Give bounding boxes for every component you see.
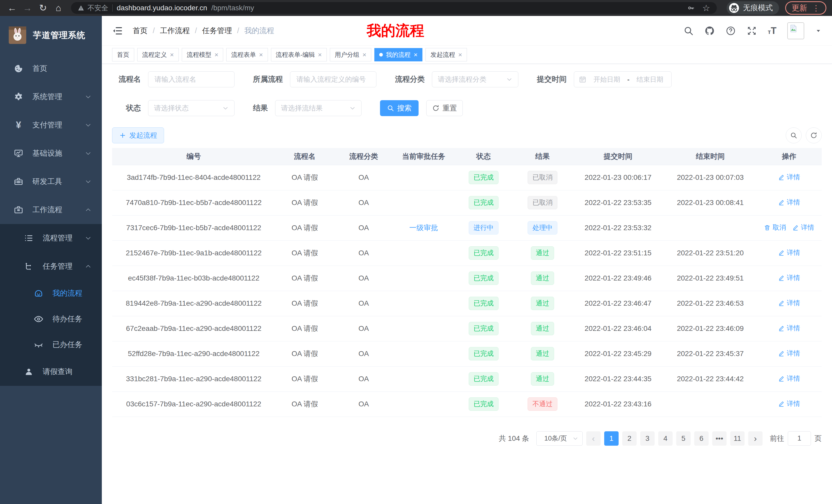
cancel-link[interactable]: 取消: [764, 223, 786, 232]
chevron-down-icon: [85, 150, 92, 157]
result-select[interactable]: 请选择流结果: [275, 100, 362, 116]
detail-link[interactable]: 详情: [778, 273, 800, 282]
sidebar-item-支付管理[interactable]: ¥支付管理: [0, 111, 102, 139]
detail-link[interactable]: 详情: [792, 223, 814, 232]
browser-menu-icon[interactable]: ⋮: [812, 4, 820, 12]
page-button-2[interactable]: 2: [622, 431, 636, 446]
avatar[interactable]: [787, 22, 804, 39]
search-icon[interactable]: [683, 26, 694, 36]
process-id-cell: 3ad174fb-7b9d-11ec-8404-acde48001122: [112, 165, 275, 190]
app-logo-row[interactable]: 芋道管理系统: [0, 16, 102, 54]
tab-用户分组[interactable]: 用户分组×: [330, 48, 371, 61]
close-tab-icon[interactable]: ×: [170, 51, 174, 58]
sidebar-item-基础设施[interactable]: 基础设施: [0, 139, 102, 167]
tab-首页[interactable]: 首页: [112, 48, 134, 61]
tab-流程表单-编辑[interactable]: 流程表单-编辑×: [271, 48, 327, 61]
task-link[interactable]: 一级审批: [409, 224, 438, 232]
page-button-3[interactable]: 3: [640, 431, 655, 446]
create-process-button[interactable]: 发起流程: [112, 128, 164, 143]
detail-link[interactable]: 详情: [778, 248, 800, 257]
tab-发起流程[interactable]: 发起流程×: [425, 48, 467, 61]
sidebar-item-流程管理[interactable]: 流程管理: [0, 224, 102, 252]
submit-time-range-picker[interactable]: 开始日期 - 结束日期: [574, 72, 672, 87]
sidebar-item-请假查询[interactable]: 请假查询: [0, 358, 102, 386]
breadcrumb-item[interactable]: 我的流程: [244, 26, 274, 36]
page-button-1[interactable]: 1: [604, 431, 619, 446]
sidebar-item-工作流程[interactable]: 工作流程: [0, 196, 102, 224]
refresh-table-button[interactable]: [806, 128, 822, 143]
detail-link[interactable]: 详情: [778, 324, 800, 333]
browser-forward-button[interactable]: →: [21, 2, 34, 15]
search-button[interactable]: 搜索: [380, 100, 419, 116]
pager-ellipsis[interactable]: •••: [712, 431, 727, 446]
detail-link[interactable]: 详情: [778, 198, 800, 207]
close-tab-icon[interactable]: ×: [363, 51, 366, 58]
process-def-input[interactable]: [290, 72, 376, 87]
sidebar-item-任务管理[interactable]: 任务管理: [0, 252, 102, 281]
sidebar-item-待办任务[interactable]: 待办任务: [0, 306, 102, 332]
key-icon[interactable]: [687, 4, 695, 12]
status-select[interactable]: 请选择状态: [148, 100, 234, 116]
sidebar-item-我的流程[interactable]: 我的流程: [0, 281, 102, 306]
reset-button[interactable]: 重置: [426, 100, 463, 116]
detail-link[interactable]: 详情: [778, 299, 800, 307]
page-size-select[interactable]: 10条/页: [536, 431, 582, 446]
sidebar-item-系统管理[interactable]: 系统管理: [0, 83, 102, 111]
collapse-sidebar-icon[interactable]: [112, 25, 123, 36]
edit-icon: [778, 350, 785, 357]
breadcrumb-item[interactable]: 任务管理: [202, 26, 232, 36]
browser-home-button[interactable]: ⌂: [52, 2, 65, 15]
sidebar-item-研发工具[interactable]: 研发工具: [0, 167, 102, 196]
category-select[interactable]: 请选择流程分类: [432, 72, 518, 87]
process-name-label: 流程名: [112, 74, 141, 85]
close-tab-icon[interactable]: ×: [414, 51, 418, 58]
page-button-6[interactable]: 6: [694, 431, 709, 446]
prev-page-button[interactable]: ‹: [586, 431, 601, 446]
goto-page-input[interactable]: [788, 431, 811, 446]
security-status[interactable]: 不安全: [78, 3, 108, 12]
tab-流程定义[interactable]: 流程定义×: [137, 48, 179, 61]
detail-link[interactable]: 详情: [778, 349, 800, 358]
tab-我的流程[interactable]: 我的流程×: [374, 48, 422, 61]
caret-down-icon[interactable]: [815, 27, 822, 34]
bookmark-star-icon[interactable]: ☆: [702, 4, 710, 12]
page-button-4[interactable]: 4: [658, 431, 673, 446]
end-date-placeholder: 结束日期: [633, 75, 667, 84]
close-tab-icon[interactable]: ×: [458, 51, 462, 58]
process-name-input[interactable]: [148, 72, 234, 87]
breadcrumb-item[interactable]: 首页: [133, 26, 148, 36]
help-icon[interactable]: [726, 26, 736, 36]
tab-流程表单[interactable]: 流程表单×: [226, 48, 268, 61]
browser-update-button[interactable]: 更新 ⋮: [785, 1, 826, 15]
close-tab-icon[interactable]: ×: [318, 51, 322, 58]
detail-link[interactable]: 详情: [778, 399, 800, 408]
yen-icon: ¥: [13, 120, 24, 130]
show-search-button[interactable]: [786, 128, 802, 143]
page-button-5[interactable]: 5: [676, 431, 691, 446]
detail-link[interactable]: 详情: [778, 374, 800, 383]
edit-icon: [792, 224, 799, 231]
detail-link[interactable]: 详情: [778, 173, 800, 181]
address-bar[interactable]: 不安全 dashboard.yudao.iocoder.cn/bpm/task/…: [71, 2, 717, 14]
font-size-icon[interactable]: тT: [768, 25, 777, 36]
sidebar-item-首页[interactable]: 首页: [0, 54, 102, 83]
browser-reload-button[interactable]: ↻: [36, 2, 49, 15]
page-button-11[interactable]: 11: [730, 431, 745, 446]
column-header: 提交时间: [572, 148, 664, 165]
breadcrumb-item[interactable]: 工作流程: [160, 26, 190, 36]
breadcrumb-separator: /: [153, 26, 155, 35]
close-tab-icon[interactable]: ×: [259, 51, 263, 58]
actions-cell: 详情: [756, 190, 822, 215]
tab-流程模型[interactable]: 流程模型×: [182, 48, 223, 61]
tags-view: 首页流程定义×流程模型×流程表单×流程表单-编辑×用户分组×我的流程×发起流程×: [102, 46, 832, 64]
next-page-button[interactable]: ›: [748, 431, 762, 446]
sidebar-item-已办任务[interactable]: 已办任务: [0, 332, 102, 358]
process-name-cell: OA 请假: [275, 341, 334, 366]
sidebar-item-label: 请假查询: [43, 367, 73, 377]
github-icon[interactable]: [704, 26, 715, 36]
fullscreen-icon[interactable]: [747, 26, 757, 36]
robot-icon: [33, 288, 44, 299]
result-badge: 通过: [531, 272, 554, 285]
close-tab-icon[interactable]: ×: [214, 51, 218, 58]
browser-back-button[interactable]: ←: [6, 2, 19, 15]
